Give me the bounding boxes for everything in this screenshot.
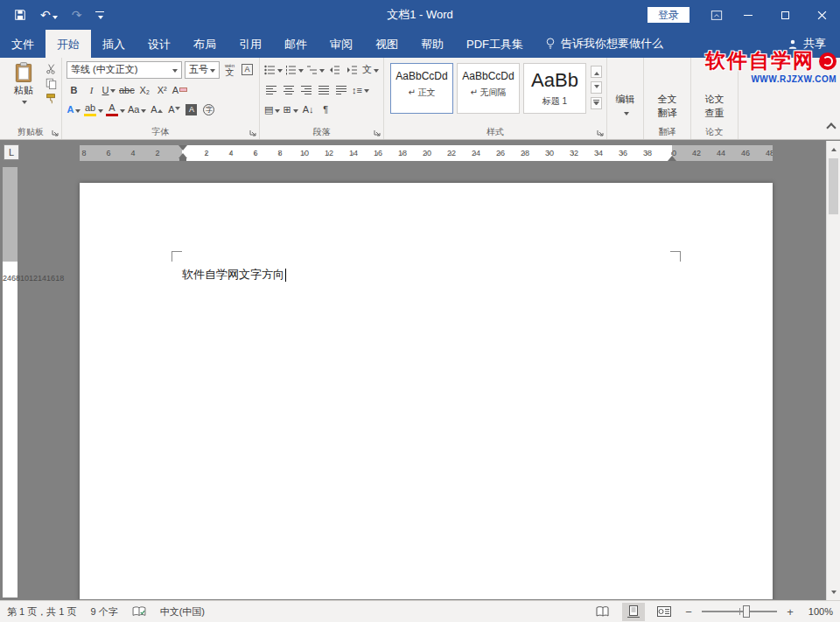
change-case-button[interactable]: Aa <box>128 101 146 118</box>
tab-layout[interactable]: 布局 <box>182 30 228 58</box>
font-dialog-launcher[interactable] <box>248 129 257 137</box>
collapse-ribbon-button[interactable] <box>828 122 835 134</box>
copy-button[interactable] <box>46 78 57 89</box>
tab-pdf-tools[interactable]: PDF工具集 <box>455 30 535 58</box>
clear-formatting-button[interactable]: A <box>172 81 187 98</box>
zoom-slider-thumb[interactable] <box>743 605 750 618</box>
scrollbar-thumb[interactable] <box>829 158 838 214</box>
align-right-button[interactable] <box>299 81 314 98</box>
tab-design[interactable]: 设计 <box>136 30 182 58</box>
text-effects-button[interactable]: A <box>66 101 81 118</box>
font-name-combo[interactable]: 等线 (中文正文) <box>66 61 182 79</box>
tab-stop-selector[interactable]: L <box>4 144 19 160</box>
document-text[interactable]: 软件自学网文字方向 <box>182 267 284 283</box>
maximize-button[interactable] <box>766 0 803 30</box>
superscript-button[interactable]: X² <box>155 81 170 98</box>
style-card-heading1[interactable]: AaBb 标题 1 <box>523 63 586 114</box>
character-border-button[interactable]: A <box>240 61 255 78</box>
tab-file[interactable]: 文件 <box>0 30 46 58</box>
shrink-font-button[interactable]: A <box>166 101 181 118</box>
web-layout-button[interactable] <box>653 603 676 621</box>
right-indent-marker[interactable] <box>668 151 676 161</box>
customize-quick-access-button[interactable] <box>95 11 104 19</box>
styles-dialog-launcher[interactable] <box>596 129 605 137</box>
grow-font-button[interactable]: A <box>149 101 164 118</box>
tab-home[interactable]: 开始 <box>46 30 91 58</box>
scroll-down-button[interactable] <box>827 586 840 600</box>
redo-button[interactable]: ↷ <box>72 9 82 21</box>
strikethrough-button[interactable]: abc <box>119 81 135 98</box>
document-text-line[interactable]: 软件自学网文字方向 <box>182 267 286 283</box>
zoom-slider[interactable] <box>702 611 777 612</box>
shading-button[interactable]: ▤ <box>264 101 280 118</box>
asian-layout-button[interactable]: 文 <box>362 61 379 78</box>
justify-button[interactable] <box>317 81 332 98</box>
bullet-list-button[interactable] <box>264 61 283 78</box>
styles-more-button[interactable] <box>591 97 602 109</box>
subscript-button[interactable]: X₂ <box>137 81 152 98</box>
format-painter-button[interactable] <box>46 93 57 104</box>
login-button[interactable]: 登录 <box>648 7 690 23</box>
scroll-up-button[interactable] <box>827 141 840 155</box>
ribbon-display-options-button[interactable] <box>704 0 730 30</box>
tab-references[interactable]: 引用 <box>228 30 273 58</box>
editing-button[interactable]: 编辑 <box>612 60 639 115</box>
tab-mailings[interactable]: 邮件 <box>273 30 318 58</box>
tab-review[interactable]: 审阅 <box>318 30 364 58</box>
horizontal-ruler[interactable]: 8642 2468101214161820222426283032343638 … <box>80 145 773 161</box>
full-text-translate-button[interactable]: 全文 翻译 <box>648 60 686 120</box>
highlight-button[interactable]: ab <box>84 101 103 118</box>
font-size-combo[interactable]: 五号 <box>185 61 220 79</box>
enclose-characters-button[interactable]: 字 <box>201 101 216 118</box>
cut-button[interactable] <box>46 63 57 74</box>
show-hide-marks-button[interactable]: ¶ <box>318 101 333 118</box>
tab-help[interactable]: 帮助 <box>410 30 455 58</box>
align-center-button[interactable] <box>282 81 297 98</box>
phonetic-guide-button[interactable]: wén文 <box>222 61 237 78</box>
style-card-no-spacing[interactable]: AaBbCcDd ↵ 无间隔 <box>457 63 520 114</box>
proofing-button[interactable] <box>132 606 146 618</box>
styles-scroll-up-button[interactable] <box>591 66 602 78</box>
minimize-button[interactable] <box>730 0 766 30</box>
read-mode-button[interactable] <box>592 603 614 621</box>
zoom-level[interactable]: 100% <box>803 606 833 617</box>
zoom-out-button[interactable]: − <box>683 605 694 619</box>
zoom-in-button[interactable]: + <box>785 605 795 619</box>
styles-scroll-down-button[interactable] <box>591 81 602 94</box>
document-page[interactable]: 软件自学网文字方向 <box>80 183 773 599</box>
print-layout-button[interactable] <box>622 603 645 621</box>
numbered-list-button[interactable] <box>285 61 304 78</box>
ruler-number: 4 <box>219 145 243 161</box>
line-spacing-button[interactable]: ↕≡ <box>352 81 369 98</box>
left-indent-marker[interactable] <box>179 158 186 161</box>
language-indicator[interactable]: 中文(中国) <box>160 605 205 619</box>
undo-button[interactable]: ↶ <box>40 9 58 21</box>
vertical-ruler[interactable]: 24681012141618 <box>3 167 18 598</box>
tab-view[interactable]: 视图 <box>364 30 410 58</box>
paragraph-dialog-launcher[interactable] <box>373 129 382 137</box>
character-shading-button[interactable]: A <box>184 101 199 118</box>
increase-indent-button[interactable] <box>345 61 360 78</box>
sort-button[interactable]: A↓ <box>301 101 316 118</box>
line-spacing-icon: ↕≡ <box>352 85 362 95</box>
distribute-button[interactable] <box>334 81 349 98</box>
decrease-indent-button[interactable] <box>327 61 342 78</box>
word-count[interactable]: 9 个字 <box>90 605 117 619</box>
clipboard-dialog-launcher[interactable] <box>51 129 60 137</box>
paste-button[interactable]: 粘贴 <box>4 60 43 104</box>
close-button[interactable] <box>803 0 840 30</box>
hanging-indent-marker[interactable] <box>178 149 187 158</box>
save-button[interactable] <box>14 9 26 21</box>
multilevel-list-button[interactable] <box>306 61 325 78</box>
page-indicator[interactable]: 第 1 页，共 1 页 <box>7 605 76 619</box>
font-color-button[interactable]: A <box>106 101 125 118</box>
borders-button[interactable]: ⊞ <box>283 101 298 118</box>
italic-button[interactable]: I <box>84 81 99 98</box>
tell-me-box[interactable]: 告诉我你想要做什么 <box>535 30 674 58</box>
underline-button[interactable]: U <box>102 81 116 98</box>
align-left-button[interactable] <box>264 81 279 98</box>
bold-button[interactable]: B <box>66 81 81 98</box>
style-card-normal[interactable]: AaBbCcDd ↵ 正文 <box>390 63 453 114</box>
tab-insert[interactable]: 插入 <box>91 30 136 58</box>
vertical-scrollbar[interactable] <box>826 141 840 600</box>
